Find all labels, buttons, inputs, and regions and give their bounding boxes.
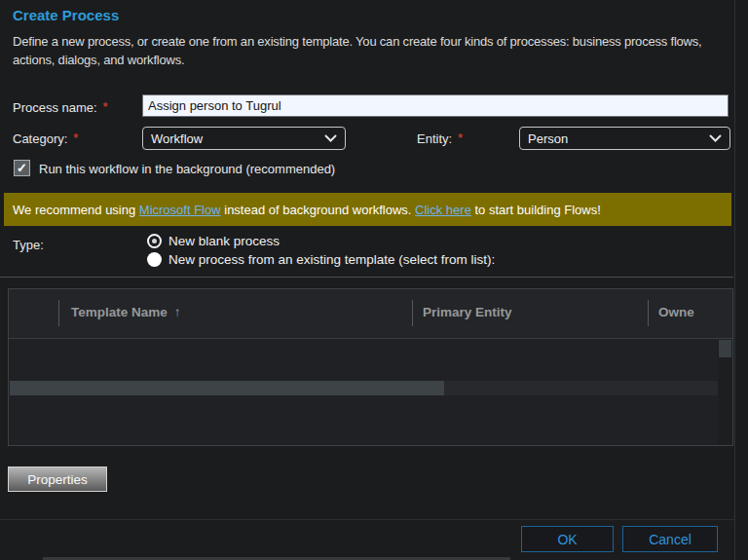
cancel-button[interactable]: Cancel: [622, 526, 718, 552]
checkmark-icon: ✓: [17, 162, 27, 174]
category-label-text: Category:: [13, 131, 67, 146]
page-title: Create Process: [13, 7, 119, 23]
template-table: Template Name↑ Primary Entity Owne: [8, 288, 733, 446]
table-scrollbar[interactable]: [718, 340, 732, 445]
column-divider: [412, 300, 413, 326]
entity-dropdown[interactable]: Person: [519, 127, 730, 150]
microsoft-flow-link[interactable]: Microsoft Flow: [139, 203, 221, 217]
chevron-down-icon: [324, 131, 337, 146]
template-table-header: Template Name↑ Primary Entity Owne: [9, 289, 732, 339]
type-label: Type:: [13, 238, 44, 252]
table-row[interactable]: [444, 381, 719, 395]
properties-button[interactable]: Properties: [8, 467, 107, 492]
radio-new-from-template[interactable]: [147, 252, 162, 267]
column-header-owner[interactable]: Owne: [658, 305, 694, 319]
chevron-down-icon: [709, 131, 722, 146]
flow-recommendation-banner: We recommend using Microsoft Flow instea…: [4, 193, 731, 226]
table-scrollbar-thumb[interactable]: [719, 340, 731, 357]
required-asterisk: *: [103, 100, 108, 114]
required-asterisk: *: [73, 131, 78, 145]
column-header-label: Primary Entity: [423, 305, 512, 319]
banner-text: to start building Flows!: [471, 203, 601, 217]
click-here-link[interactable]: Click here: [415, 203, 471, 217]
banner-text: We recommend using: [13, 203, 139, 217]
section-divider: [0, 277, 733, 278]
column-header-label: Owne: [658, 305, 694, 319]
footer-divider: [0, 519, 748, 520]
radio-new-from-template-label: New process from an existing template (s…: [168, 252, 495, 267]
background-workflow-checkbox-label: Run this workflow in the background (rec…: [39, 162, 335, 176]
sort-ascending-icon: ↑: [174, 305, 181, 319]
banner-text: instead of background workflows.: [221, 203, 415, 217]
required-asterisk: *: [458, 131, 463, 145]
ok-button[interactable]: OK: [521, 526, 614, 552]
process-name-label: Process name:*: [13, 100, 107, 115]
column-header-template-name[interactable]: Template Name↑: [71, 305, 181, 319]
column-divider: [58, 300, 59, 326]
category-dropdown-value: Workflow: [151, 131, 203, 146]
category-label: Category:*: [13, 131, 78, 146]
process-name-label-text: Process name:: [13, 100, 97, 115]
radio-new-blank-process-label: New blank process: [168, 234, 280, 248]
background-workflow-checkbox[interactable]: ✓: [14, 160, 30, 176]
radio-new-blank-process[interactable]: [147, 234, 162, 248]
dialog-description: Define a new process, or create one from…: [13, 32, 738, 69]
entity-label: Entity:*: [417, 131, 463, 146]
process-name-input[interactable]: [142, 94, 729, 117]
entity-label-text: Entity:: [417, 131, 452, 146]
column-header-primary-entity[interactable]: Primary Entity: [423, 305, 512, 319]
column-divider: [648, 300, 649, 326]
window-scrollbar-gutter[interactable]: [735, 0, 748, 560]
entity-dropdown-value: Person: [528, 131, 568, 146]
category-dropdown[interactable]: Workflow: [142, 127, 346, 150]
table-row[interactable]: [10, 381, 444, 395]
column-header-label: Template Name: [71, 305, 168, 319]
